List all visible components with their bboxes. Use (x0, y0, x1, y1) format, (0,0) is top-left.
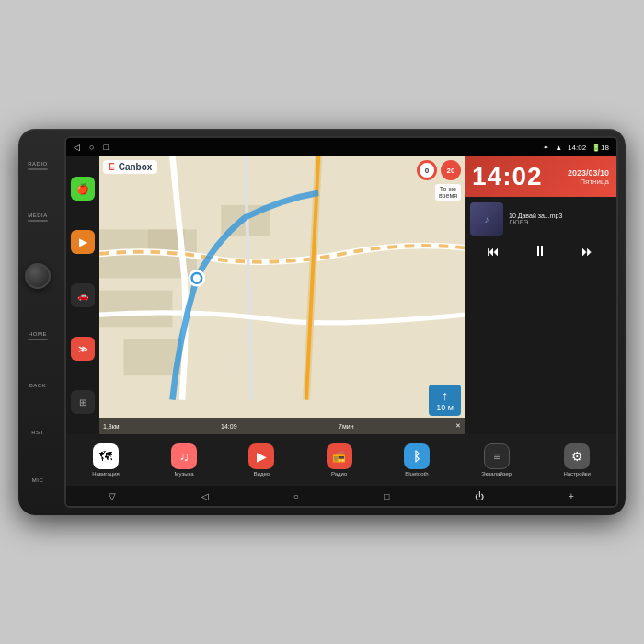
screen: ◁ ○ □ ✦ ▲ 14:02 🔋18 � (64, 136, 618, 508)
rst-control[interactable]: RST (31, 430, 44, 435)
app-equalizer[interactable]: ≡ Эквалайзер (481, 443, 512, 477)
music-album-row: ♪ 10 Давай за...mp3 ЛЮБЭ (470, 202, 611, 236)
eta-time: 14:09 (221, 423, 237, 430)
nav-distance-label: 10 м (436, 403, 454, 412)
car-unit: RADIO MEDIA HOME BACK RST MIC ◁ (18, 129, 626, 515)
rst-label: RST (31, 430, 44, 435)
android-auto-icon[interactable]: ▶ (71, 230, 95, 254)
clock-weekday: Пятница (568, 178, 609, 186)
media-label: MEDIA (28, 213, 48, 218)
screen-wrap: ◁ ○ □ ✦ ▲ 14:02 🔋18 � (57, 129, 626, 515)
nav-arrow-icon: ↑ (436, 388, 454, 403)
back-control[interactable]: BACK (29, 383, 46, 388)
nav-home-button[interactable]: ○ (293, 491, 299, 501)
equalizer-label: Эквалайзер (481, 471, 512, 477)
bluetooth-label: Bluetooth (405, 471, 428, 477)
app-settings[interactable]: ⚙ Настройки (563, 443, 590, 477)
grid-icon[interactable]: ⊞ (71, 390, 95, 414)
map-background (99, 156, 465, 434)
maps-label: Навигация (92, 471, 120, 477)
volume-knob[interactable] (25, 263, 51, 289)
clock-time: 14:02 (472, 162, 543, 191)
radio-icon: 📻 (327, 443, 352, 469)
nav-plus-button[interactable]: + (569, 491, 574, 501)
nav-down-button[interactable]: ▽ (109, 491, 116, 501)
map-header: E Canbox (103, 160, 157, 174)
remaining-distance: 1,8км (103, 423, 120, 430)
clock-date: 2023/03/10 Пятница (568, 168, 609, 186)
speed-signs: 0 20 (417, 160, 461, 180)
canbox-e: E (109, 162, 115, 172)
album-art: ♪ (470, 202, 503, 236)
app-music[interactable]: ♫ Музыка (171, 443, 197, 477)
music-app-icon: ♫ (171, 443, 197, 469)
home-label: HOME (29, 331, 47, 337)
map-area[interactable]: E Canbox 0 20 (99, 156, 465, 434)
radio-control[interactable]: RADIO (28, 161, 48, 170)
clock-year: 2023/03/10 (568, 168, 609, 178)
app-video[interactable]: ▶ Видео (248, 443, 274, 477)
radio-label: Радио (331, 471, 347, 477)
canbox-logo: Canbox (119, 162, 153, 172)
media-line (28, 220, 48, 222)
settings-label: Настройки (563, 471, 590, 477)
radio-line (28, 168, 48, 170)
home-control[interactable]: HOME (28, 331, 48, 340)
nav-back-button[interactable]: ◁ (201, 491, 209, 501)
car-mode-icon[interactable]: 🚗 (71, 283, 95, 307)
mic-label: MIC (32, 477, 44, 483)
nav-recent-button[interactable]: □ (384, 491, 389, 501)
right-panel: 14:02 2023/03/10 Пятница ♪ (465, 156, 616, 434)
svg-point-7 (193, 274, 201, 282)
maps-icon: 🗺 (93, 443, 119, 469)
settings-icon: ⚙ (564, 443, 590, 469)
music-label: Музыка (174, 471, 193, 477)
clock-panel: 14:02 2023/03/10 Пятница (465, 156, 616, 197)
map-svg (99, 156, 465, 400)
music-info: 10 Давай за...mp3 ЛЮБЭ (509, 213, 611, 225)
left-sidebar: 🍎 ▶ 🚗 ≫ ⊞ (66, 156, 99, 434)
album-art-inner: ♪ (470, 202, 503, 236)
current-speed-sign: 0 (417, 160, 437, 180)
next-button[interactable]: ⏭ (581, 244, 594, 259)
app-navigation[interactable]: 🗺 Навигация (92, 443, 120, 477)
battery-display: 🔋18 (592, 144, 609, 152)
music-artist: ЛЮБЭ (509, 219, 611, 225)
bluetooth-icon: ᛒ (404, 443, 430, 469)
bluetooth-status-icon: ✦ (543, 144, 549, 152)
speed-limit-sign: 20 (441, 160, 461, 180)
topbar-status: ✦ ▲ 14:02 🔋18 (543, 144, 609, 152)
mic-control[interactable]: MIC (32, 477, 44, 483)
close-icon[interactable]: ✕ (455, 422, 461, 430)
video-icon: ▶ (248, 443, 274, 469)
nav-bottom-strip: 1,8км 14:09 7мин ✕ (99, 418, 465, 434)
app-row: 🗺 Навигация ♫ Музыка ▶ Вид (66, 434, 616, 486)
home-line (28, 339, 48, 340)
back-label: BACK (29, 383, 46, 388)
duration: 7мин (339, 423, 353, 430)
back-button[interactable]: ◁ (74, 143, 80, 152)
time-label: То же время (435, 184, 461, 201)
equalizer-icon: ≡ (484, 443, 510, 469)
nav-instruction-box: ↑ 10 м (429, 385, 461, 416)
home-button[interactable]: ○ (89, 143, 94, 152)
nav-power-button[interactable]: ⏻ (475, 491, 484, 501)
topbar-navigation: ◁ ○ □ (74, 143, 109, 152)
screen-content: 🍎 ▶ 🚗 ≫ ⊞ (66, 156, 616, 506)
prev-button[interactable]: ⏮ (487, 244, 500, 259)
app-bluetooth[interactable]: ᛒ Bluetooth (404, 443, 430, 477)
android-topbar: ◁ ○ □ ✦ ▲ 14:02 🔋18 (66, 138, 616, 156)
left-physical-controls: RADIO MEDIA HOME BACK RST MIC (18, 129, 57, 515)
arrow-icon[interactable]: ≫ (71, 337, 95, 361)
media-control[interactable]: MEDIA (28, 213, 48, 222)
music-controls: ⏮ ⏸ ⏭ (470, 243, 611, 259)
carplay-icon[interactable]: 🍎 (71, 177, 95, 201)
bottom-nav: ▽ ◁ ○ □ ⏻ + (66, 486, 616, 506)
recent-button[interactable]: □ (103, 143, 108, 152)
radio-label: RADIO (28, 161, 48, 167)
app-radio[interactable]: 📻 Радио (327, 443, 352, 477)
play-pause-button[interactable]: ⏸ (533, 243, 547, 259)
video-label: Видео (254, 471, 270, 477)
music-panel: ♪ 10 Давай за...mp3 ЛЮБЭ ⏮ ⏸ (465, 197, 616, 434)
time-display: 14:02 (568, 144, 586, 152)
